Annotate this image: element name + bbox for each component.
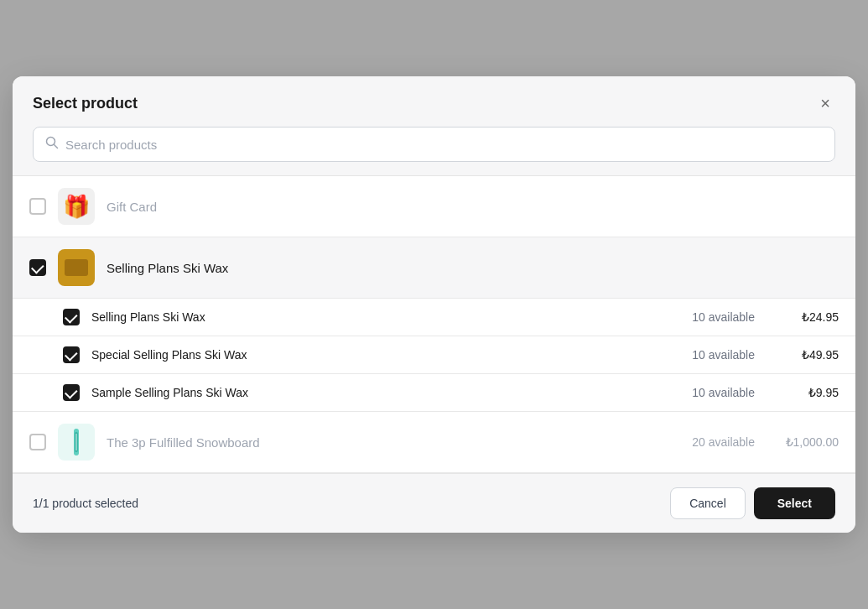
variant-availability-ski-wax-v1: 10 available — [692, 310, 755, 324]
modal-footer: 1/1 product selected Cancel Select — [13, 473, 855, 533]
product-name-gift-card: Gift Card — [107, 200, 839, 214]
variant-name-ski-wax-v2: Special Selling Plans Ski Wax — [91, 348, 692, 362]
close-button[interactable]: × — [815, 93, 835, 113]
variant-checkbox-ski-wax-v3[interactable] — [63, 384, 80, 401]
modal-title: Select product — [33, 95, 138, 112]
product-row-snowboard[interactable]: The 3p Fulfilled Snowboard 20 available … — [13, 412, 855, 473]
variant-row-ski-wax-v2[interactable]: Special Selling Plans Ski Wax 10 availab… — [13, 336, 855, 374]
variant-name-ski-wax-v3: Sample Selling Plans Ski Wax — [91, 386, 692, 399]
modal-header: Select product × — [13, 76, 855, 127]
wax-icon — [58, 249, 95, 286]
product-checkbox-snowboard[interactable] — [29, 434, 46, 450]
variant-checkbox-ski-wax-v2[interactable] — [63, 346, 80, 363]
product-list: 🎁 Gift Card Selling Plans Ski Wax Sellin… — [13, 175, 855, 473]
product-checkbox-ski-wax[interactable] — [29, 259, 46, 276]
search-icon — [45, 136, 59, 153]
product-price-snowboard: ₺1,000.00 — [780, 435, 839, 449]
select-product-modal: Select product × 🎁 — [13, 76, 855, 533]
search-input[interactable] — [65, 138, 823, 152]
gift-icon: 🎁 — [63, 194, 90, 220]
variant-checkbox-ski-wax-v1[interactable] — [63, 309, 80, 325]
product-thumbnail-snowboard — [58, 424, 95, 461]
product-row-ski-wax[interactable]: Selling Plans Ski Wax — [13, 237, 855, 299]
snowboard-icon — [58, 424, 95, 461]
svg-line-1 — [55, 145, 58, 148]
selection-count: 1/1 product selected — [33, 497, 138, 510]
cancel-button[interactable]: Cancel — [670, 487, 746, 519]
footer-buttons: Cancel Select — [670, 487, 835, 519]
product-checkbox-gift-card[interactable] — [29, 198, 46, 215]
variant-availability-ski-wax-v3: 10 available — [692, 386, 755, 399]
product-thumbnail-ski-wax — [58, 249, 95, 286]
product-availability-snowboard: 20 available — [692, 435, 755, 449]
search-container — [13, 127, 855, 175]
variant-row-ski-wax-v3[interactable]: Sample Selling Plans Ski Wax 10 availabl… — [13, 374, 855, 412]
modal-overlay: Select product × 🎁 — [0, 0, 868, 609]
product-thumbnail-gift-card: 🎁 — [58, 188, 95, 225]
product-name-snowboard: The 3p Fulfilled Snowboard — [107, 435, 692, 450]
variant-row-ski-wax-v1[interactable]: Selling Plans Ski Wax 10 available ₺24.9… — [13, 299, 855, 336]
product-row-gift-card[interactable]: 🎁 Gift Card — [13, 176, 855, 237]
product-name-ski-wax: Selling Plans Ski Wax — [107, 261, 839, 275]
select-button[interactable]: Select — [754, 487, 835, 519]
variant-price-ski-wax-v1: ₺24.95 — [780, 310, 839, 324]
search-box — [33, 127, 835, 162]
variant-name-ski-wax-v1: Selling Plans Ski Wax — [91, 310, 692, 324]
variant-price-ski-wax-v2: ₺49.95 — [780, 348, 839, 362]
variant-price-ski-wax-v3: ₺9.95 — [780, 386, 839, 399]
variant-availability-ski-wax-v2: 10 available — [692, 348, 755, 362]
